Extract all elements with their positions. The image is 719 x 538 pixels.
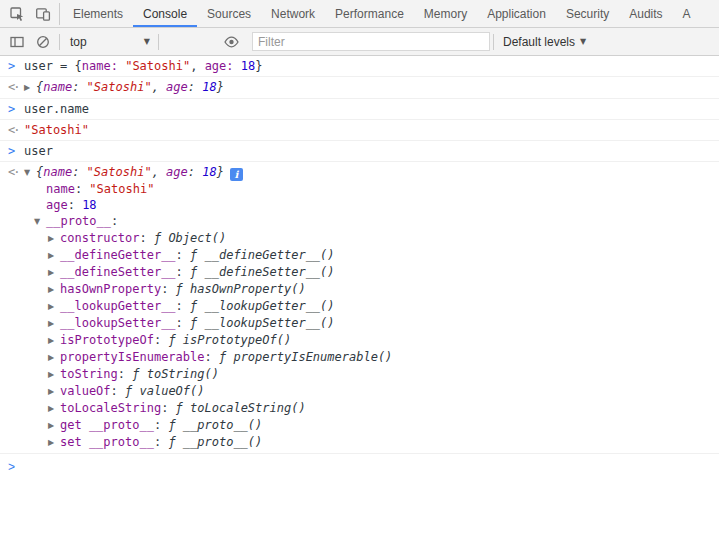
console-input-entry: >user = {name: "Satoshi", age: 18} [0,56,719,77]
console-prompt-row[interactable]: > [0,454,719,480]
filter-input[interactable] [252,32,490,51]
expand-triangle-icon[interactable]: ▶ [48,248,60,264]
tab-security[interactable]: Security [556,0,619,27]
console-token: "Satoshi" [24,123,89,137]
console-token: } [255,59,262,73]
console-entry-content: user [24,143,719,159]
console-token: name [43,165,72,179]
console-token: : [176,248,190,262]
console-token: age [166,80,188,94]
console-token: user.name [24,102,89,116]
console-token: "Satoshi" [87,165,152,179]
console-token: ƒ hasOwnProperty() [176,282,306,296]
console-token: 18 [202,80,216,94]
console-token: "Satoshi" [89,182,154,196]
tab-memory[interactable]: Memory [414,0,477,27]
console-token: ƒ toString() [132,367,219,381]
tab-performance[interactable]: Performance [325,0,414,27]
expand-triangle-icon[interactable]: ▶ [48,316,60,332]
tab-elements[interactable]: Elements [63,0,133,27]
tab-console[interactable]: Console [133,0,197,27]
result-arrow-icon: <· [0,79,24,96]
console-message-line: user [24,143,719,159]
object-state-info-icon[interactable]: i [230,168,243,181]
console-token: : [188,80,202,94]
input-chevron-icon: > [0,58,24,74]
console-token: ƒ Object() [154,231,226,245]
console-token: age: [205,59,241,73]
console-entry-content: user = {name: "Satoshi", age: 18} [24,58,719,74]
console-message-line: user = {name: "Satoshi", age: 18} [24,58,719,74]
console-token: toLocaleString [60,401,161,415]
console-input-entry: >user.name [0,99,719,120]
expand-triangle-icon[interactable]: ▶ [48,333,60,349]
console-token: } [217,80,224,94]
console-token: : [176,299,190,313]
object-property-row: ▶hasOwnProperty: ƒ hasOwnProperty() [24,281,719,298]
console-token: name [43,80,72,94]
console-token: ƒ __lookupSetter__() [190,316,335,330]
toolbar-separator [493,34,494,50]
console-token: } [217,165,224,179]
console-token: get __proto__ [60,418,154,432]
inspect-cursor-icon [9,6,25,22]
console-token: 18 [82,198,96,212]
object-property-row: ▶toString: ƒ toString() [24,366,719,383]
panel-tabs: ElementsConsoleSourcesNetworkPerformance… [63,0,719,27]
expand-triangle-icon[interactable]: ▶ [48,265,60,281]
expand-triangle-icon[interactable]: ▶ [48,418,60,434]
tab-audits[interactable]: Audits [619,0,672,27]
console-sidebar-button[interactable] [4,30,30,54]
execution-context-selector[interactable]: top ▼ [65,35,155,49]
collapse-triangle-icon[interactable]: ▼ [34,214,46,230]
console-message-line: "Satoshi" [24,122,719,138]
log-levels-dropdown[interactable]: Default levels ▼ [497,35,592,49]
console-token: "Satoshi" [87,80,152,94]
expand-triangle-icon[interactable]: ▶ [48,231,60,247]
expand-triangle-icon[interactable]: ▶ [48,367,60,383]
live-expression-button[interactable] [218,30,244,54]
console-entry-content: ▶{name: "Satoshi", age: 18} [24,79,719,96]
console-token: ƒ isPrototypeOf() [168,333,291,347]
console-token: __defineSetter__ [60,265,176,279]
console-token: "Satoshi" [125,59,190,73]
device-toolbar-icon [35,6,51,22]
toolbar-separator [158,34,159,50]
object-property-row: ▶set __proto__: ƒ __proto__() [24,434,719,451]
expand-triangle-icon[interactable]: ▶ [48,282,60,298]
main-tabbar: ElementsConsoleSourcesNetworkPerformance… [0,0,719,28]
console-token: : [161,282,175,296]
expand-triangle-icon[interactable]: ▶ [48,384,60,400]
tab-network[interactable]: Network [261,0,325,27]
console-token: : [161,401,175,415]
object-property-row: ▶constructor: ƒ Object() [24,230,719,247]
console-token: : [154,333,168,347]
console-result-entry: <·"Satoshi" [0,120,719,141]
console-token: : [188,165,202,179]
expand-triangle-icon[interactable]: ▶ [48,401,60,417]
expand-triangle-icon[interactable]: ▶ [24,80,36,96]
inspect-element-button[interactable] [4,2,30,26]
console-input-entry: >user [0,141,719,162]
console-messages[interactable]: >user = {name: "Satoshi", age: 18}<·▶{na… [0,56,719,454]
console-token: : [75,182,89,196]
chevron-down-icon: ▼ [580,37,586,46]
console-token: valueOf [60,384,111,398]
device-toolbar-button[interactable] [30,2,56,26]
console-result-entry: <·▶{name: "Satoshi", age: 18} [0,77,719,99]
tab-a[interactable]: A [673,0,701,27]
console-token: : [154,435,168,449]
console-token: : [111,214,118,228]
clear-console-button[interactable] [30,30,56,54]
console-message-line: ▼{name: "Satoshi", age: 18}i [24,164,719,181]
console-entry-content: user.name [24,101,719,117]
console-token: : [118,367,132,381]
expand-triangle-icon[interactable]: ▶ [48,299,60,315]
result-arrow-icon: <· [0,164,24,451]
expand-triangle-icon[interactable]: ▶ [48,435,60,451]
console-token: ƒ toLocaleString() [176,401,306,415]
tab-sources[interactable]: Sources [197,0,261,27]
expand-triangle-icon[interactable]: ▶ [48,350,60,366]
tab-application[interactable]: Application [477,0,556,27]
collapse-triangle-icon[interactable]: ▼ [24,165,36,181]
